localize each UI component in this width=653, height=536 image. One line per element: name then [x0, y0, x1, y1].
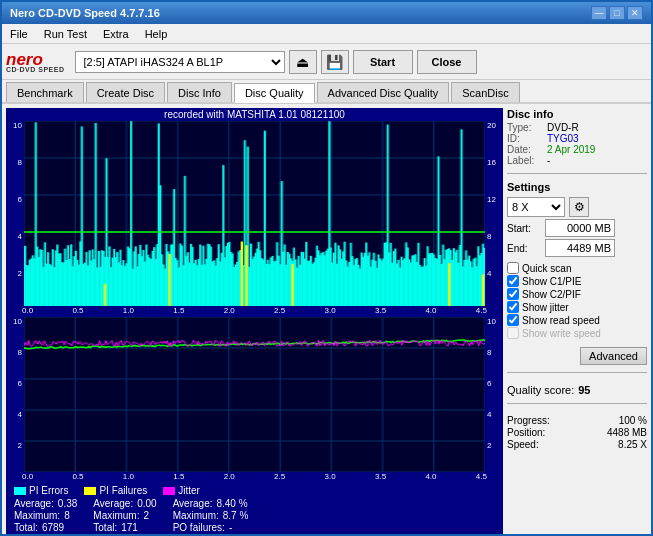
- bottom-chart-container: 10 8 6 4 2 10 8 6 4 2: [6, 317, 503, 472]
- pi-errors-total-label: Total:: [14, 522, 38, 533]
- close-button[interactable]: Close: [417, 50, 477, 74]
- settings-section: Settings 8 X ⚙ Start: End:: [507, 181, 647, 257]
- menu-bar: File Run Test Extra Help: [2, 24, 651, 44]
- divider-2: [507, 372, 647, 373]
- menu-extra[interactable]: Extra: [99, 26, 133, 42]
- logo: nero CD·DVD SPEED: [6, 50, 65, 73]
- close-window-button[interactable]: ✕: [627, 6, 643, 20]
- quick-scan-row: Quick scan: [507, 262, 647, 274]
- end-label: End:: [507, 243, 541, 254]
- pi-errors-color: [14, 487, 26, 495]
- pi-failures-max-row: Maximum: 2: [93, 510, 156, 521]
- stat-col-pi-errors: Average: 0.38 Maximum: 8 Total: 6789: [14, 498, 77, 533]
- pi-failures-avg-row: Average: 0.00: [93, 498, 156, 509]
- x-axis-top: 0.0 0.5 1.0 1.5 2.0 2.5 3.0 3.5 4.0 4.5: [6, 306, 503, 315]
- divider-3: [507, 403, 647, 404]
- start-button[interactable]: Start: [353, 50, 413, 74]
- show-c2pif-checkbox[interactable]: [507, 288, 519, 300]
- save-button[interactable]: 💾: [321, 50, 349, 74]
- title-bar: Nero CD-DVD Speed 4.7.7.16 — □ ✕: [2, 2, 651, 24]
- disc-type-label: Type:: [507, 122, 543, 133]
- disc-type-value: DVD-R: [547, 122, 579, 133]
- tab-create-disc[interactable]: Create Disc: [86, 82, 165, 102]
- top-chart-container: 10 8 6 4 2 20 16 12 8 4: [6, 121, 503, 306]
- progress-section: Progress: 100 % Position: 4488 MB Speed:…: [507, 415, 647, 451]
- start-label: Start:: [507, 223, 541, 234]
- speed-select[interactable]: 8 X: [507, 197, 565, 217]
- maximize-button[interactable]: □: [609, 6, 625, 20]
- tab-disc-quality[interactable]: Disc Quality: [234, 83, 315, 103]
- position-row: Position: 4488 MB: [507, 427, 647, 438]
- disc-label-row: Label: -: [507, 155, 647, 166]
- pi-errors-total-value: 6789: [42, 522, 64, 533]
- legend-row: PI Errors PI Failures Jitter: [14, 485, 495, 496]
- pi-failures-total-label: Total:: [93, 522, 117, 533]
- advanced-button[interactable]: Advanced: [580, 347, 647, 365]
- jitter-max-value: 8.7 %: [223, 510, 249, 521]
- show-write-speed-checkbox: [507, 327, 519, 339]
- speed-value: 8.25 X: [618, 439, 647, 450]
- pi-errors-max-value: 8: [64, 510, 70, 521]
- tab-scandisc[interactable]: ScanDisc: [451, 82, 519, 102]
- menu-file[interactable]: File: [6, 26, 32, 42]
- jitter-po-label: PO failures:: [173, 522, 225, 533]
- show-read-speed-row: Show read speed: [507, 314, 647, 326]
- pi-failures-max-label: Maximum:: [93, 510, 139, 521]
- jitter-po-row: PO failures: -: [173, 522, 249, 533]
- tab-disc-info[interactable]: Disc Info: [167, 82, 232, 102]
- show-write-speed-row: Show write speed: [507, 327, 647, 339]
- disc-id-value: TYG03: [547, 133, 579, 144]
- tab-benchmark[interactable]: Benchmark: [6, 82, 84, 102]
- menu-help[interactable]: Help: [141, 26, 172, 42]
- quality-score-value: 95: [578, 384, 590, 396]
- disc-id-label: ID:: [507, 133, 543, 144]
- progress-label: Progress:: [507, 415, 550, 426]
- pi-errors-total-row: Total: 6789: [14, 522, 77, 533]
- eject-button[interactable]: ⏏: [289, 50, 317, 74]
- disc-info-section: Disc info Type: DVD-R ID: TYG03 Date: 2 …: [507, 108, 647, 166]
- show-c1pie-row: Show C1/PIE: [507, 275, 647, 287]
- bottom-stats: PI Errors PI Failures Jitter Average:: [6, 481, 503, 536]
- position-label: Position:: [507, 427, 545, 438]
- settings-icon-btn[interactable]: ⚙: [569, 197, 589, 217]
- drive-select[interactable]: [2:5] ATAPI iHAS324 A BL1P: [75, 51, 285, 73]
- settings-title: Settings: [507, 181, 647, 193]
- disc-date-row: Date: 2 Apr 2019: [507, 144, 647, 155]
- pi-errors-avg-label: Average:: [14, 498, 54, 509]
- quick-scan-checkbox[interactable]: [507, 262, 519, 274]
- y-axis-right-bottom: 10 8 6 4 2: [485, 317, 501, 472]
- pi-failures-avg-label: Average:: [93, 498, 133, 509]
- show-write-speed-label: Show write speed: [522, 328, 601, 339]
- window-controls: — □ ✕: [591, 6, 643, 20]
- disc-label-label: Label:: [507, 155, 543, 166]
- y-axis-left-bottom: 10 8 6 4 2: [8, 317, 24, 472]
- jitter-color: [163, 487, 175, 495]
- toolbar: nero CD·DVD SPEED [2:5] ATAPI iHAS324 A …: [2, 44, 651, 80]
- disc-date-label: Date:: [507, 144, 543, 155]
- right-panel: Disc info Type: DVD-R ID: TYG03 Date: 2 …: [503, 104, 651, 536]
- jitter-legend-label: Jitter: [178, 485, 200, 496]
- menu-run-test[interactable]: Run Test: [40, 26, 91, 42]
- window-title: Nero CD-DVD Speed 4.7.7.16: [10, 7, 160, 19]
- progress-value: 100 %: [619, 415, 647, 426]
- minimize-button[interactable]: —: [591, 6, 607, 20]
- show-jitter-checkbox[interactable]: [507, 301, 519, 313]
- jitter-avg-row: Average: 8.40 %: [173, 498, 249, 509]
- show-c2pif-row: Show C2/PIF: [507, 288, 647, 300]
- start-input[interactable]: [545, 219, 615, 237]
- quick-scan-label: Quick scan: [522, 263, 571, 274]
- disc-id-row: ID: TYG03: [507, 133, 647, 144]
- end-input[interactable]: [545, 239, 615, 257]
- tab-bar: Benchmark Create Disc Disc Info Disc Qua…: [2, 80, 651, 104]
- show-c1pie-checkbox[interactable]: [507, 275, 519, 287]
- pi-errors-avg-value: 0.38: [58, 498, 77, 509]
- speed-label: Speed:: [507, 439, 539, 450]
- x-axis-bottom: 0.0 0.5 1.0 1.5 2.0 2.5 3.0 3.5 4.0 4.5: [6, 472, 503, 481]
- disc-type-row: Type: DVD-R: [507, 122, 647, 133]
- legend-pi-failures: PI Failures: [84, 485, 147, 496]
- disc-info-title: Disc info: [507, 108, 647, 120]
- speed-row: Speed: 8.25 X: [507, 439, 647, 450]
- show-read-speed-checkbox[interactable]: [507, 314, 519, 326]
- tab-advanced-disc-quality[interactable]: Advanced Disc Quality: [317, 82, 450, 102]
- top-chart-canvas: [24, 121, 485, 306]
